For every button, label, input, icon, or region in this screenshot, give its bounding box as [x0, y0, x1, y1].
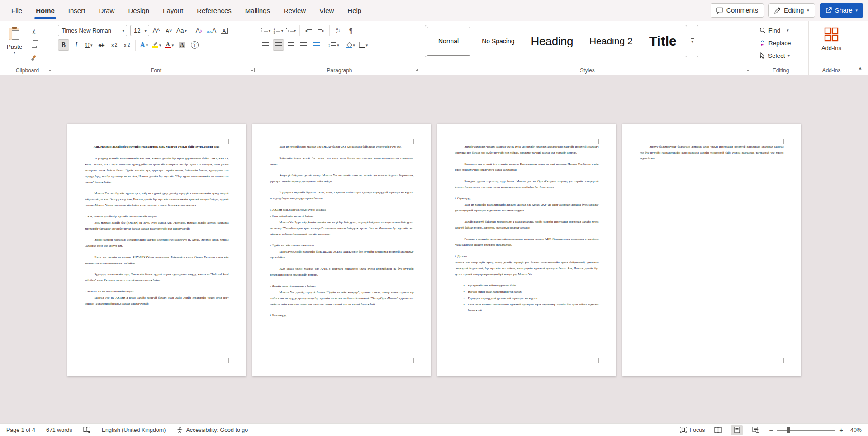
editing-mode-button[interactable]: Editing ▾ — [768, 3, 815, 18]
decrease-indent-button[interactable]: ◂ — [303, 25, 314, 36]
numbered-list-button[interactable]: ▾ — [273, 25, 284, 36]
menu-tab-view[interactable]: View — [313, 0, 341, 21]
menu-tab-layout[interactable]: Layout — [156, 0, 190, 21]
word-count[interactable]: 671 words — [46, 427, 72, 433]
style-heading[interactable]: Heading — [523, 27, 581, 55]
clear-formatting-button[interactable]: A◊ — [193, 25, 204, 36]
copy-button[interactable] — [28, 39, 40, 51]
borders-button[interactable]: ▾ — [358, 39, 369, 51]
character-border-button[interactable]: A — [218, 25, 230, 36]
menu-tab-design[interactable]: Design — [121, 0, 156, 21]
find-label: Find — [768, 27, 780, 34]
show-formatting-marks-button[interactable]: ¶ — [345, 25, 356, 36]
font-color-button[interactable]: A ▾ — [164, 39, 175, 51]
ribbon-group-addins: Add-ins Add-ins — [809, 21, 854, 75]
replace-button[interactable]: Replace — [759, 38, 806, 48]
read-mode-button[interactable] — [712, 425, 724, 435]
menu-tab-help[interactable]: Help — [341, 0, 368, 21]
language-indicator[interactable]: English (United Kingdom) — [102, 427, 166, 433]
superscript-button[interactable]: x2 — [121, 39, 133, 51]
page-indicator[interactable]: Page 1 of 4 — [6, 427, 35, 433]
text-highlight-button[interactable]: ▾ — [151, 39, 162, 51]
document-page-2[interactable]: Хоёр их гүрний дунд: Монгол Улс БНХАУ бо… — [252, 124, 431, 376]
menu-tab-file[interactable]: File — [5, 0, 29, 21]
justify-button[interactable] — [298, 39, 309, 51]
proofing-errors-button[interactable] — [83, 427, 91, 433]
style-normal[interactable]: Normal — [427, 27, 470, 56]
clear-formatting-icon: A◊ — [196, 27, 202, 34]
strikethrough-button[interactable]: ab — [96, 39, 107, 51]
font-size-combo[interactable]: 12 ▾ — [130, 25, 149, 36]
menu-tab-mailings[interactable]: Mailings — [238, 0, 277, 21]
italic-button[interactable]: I — [71, 39, 82, 51]
menu-tab-review[interactable]: Review — [277, 0, 313, 21]
focus-button[interactable]: Focus — [680, 427, 705, 433]
read-mode-icon — [714, 427, 722, 433]
zoom-out-button[interactable]: − — [769, 426, 773, 434]
styles-group-label: Styles — [422, 67, 753, 74]
multilevel-list-button[interactable]: ▾ — [285, 25, 297, 36]
bullet-list-button[interactable]: ▾ — [260, 25, 271, 36]
distribute-button[interactable] — [311, 39, 322, 51]
styles-gallery: NormalNo SpacingHeadingHeading 2Title — [425, 25, 687, 57]
bold-button[interactable]: B — [58, 39, 69, 51]
focus-label: Focus — [689, 427, 705, 433]
doc-para: Гуравдагч хөршийн геостратегийн өрсөлдөө… — [455, 236, 599, 248]
text-effects-button[interactable]: A▾ — [138, 39, 150, 51]
zoom-slider-thumb[interactable] — [787, 427, 790, 433]
align-center-button[interactable] — [273, 39, 284, 51]
grow-font-button[interactable]: A^ — [151, 25, 162, 36]
comments-button[interactable]: Comments — [711, 3, 764, 18]
menu-tab-home[interactable]: Home — [29, 0, 62, 21]
zoom-slider[interactable] — [777, 427, 835, 433]
zoom-level[interactable]: 40% — [850, 427, 862, 433]
doc-para: Монгол Улс газар зүйн хувьд эмзэг, далай… — [455, 259, 599, 277]
phonetic-guide-button[interactable]: abcA — [206, 25, 217, 36]
character-shading-button[interactable]: A — [176, 39, 188, 51]
style-title[interactable]: Title — [641, 27, 685, 55]
dialog-launcher-icon[interactable] — [251, 68, 255, 72]
underline-button[interactable]: U▾ — [83, 39, 95, 51]
sort-button[interactable]: AZ↓ — [332, 25, 344, 36]
dialog-launcher-icon[interactable] — [48, 68, 52, 72]
select-button[interactable]: Select ▾ — [759, 50, 806, 61]
align-right-button[interactable] — [285, 39, 297, 51]
addins-button[interactable]: Add-ins — [811, 25, 851, 52]
accessibility-status[interactable]: Accessibility: Good to go — [176, 427, 248, 433]
increase-indent-button[interactable]: ▸ — [315, 25, 327, 36]
change-case-button[interactable]: Aa▾ — [176, 25, 187, 36]
document-page-1[interactable]: Ази, Номхон далайн бүс нутгийн геополити… — [67, 124, 246, 376]
paste-button[interactable]: Paste ▾ — [3, 25, 26, 65]
dialog-launcher-icon[interactable] — [746, 68, 750, 72]
character-shading-icon: A — [179, 42, 185, 48]
dialog-launcher-icon[interactable] — [415, 68, 419, 72]
find-button[interactable]: Find ▾ — [759, 25, 806, 36]
cut-button[interactable]: ✂ — [28, 26, 40, 38]
doc-para: Ази, Номхон далайн бүс (АНДБН) нь Зүүн, … — [85, 220, 229, 231]
subscript-button[interactable]: x2 — [109, 39, 120, 51]
web-layout-button[interactable] — [750, 425, 762, 435]
print-layout-button[interactable] — [731, 425, 743, 435]
shrink-font-button[interactable]: A˅ — [163, 25, 175, 36]
shading-button[interactable]: ▾ — [345, 39, 356, 51]
bullet-list-icon — [261, 28, 268, 33]
line-spacing-button[interactable]: ↕▾ — [328, 39, 339, 51]
style-no-spacing[interactable]: No Spacing — [474, 27, 522, 55]
format-painter-button[interactable] — [28, 52, 40, 64]
align-left-button[interactable] — [260, 39, 271, 51]
enclose-characters-button[interactable]: 字 — [189, 39, 200, 51]
ribbon-group-font: Times New Roman ▾ 12 ▾ A^ A˅ Aa▾ A◊ abcA… — [55, 21, 257, 75]
document-page-4[interactable]: Энэхүү боломжуудыг бодлогоор дэмжиж, оло… — [622, 124, 801, 376]
font-name-combo[interactable]: Times New Roman ▾ — [58, 25, 127, 36]
menu-tab-draw[interactable]: Draw — [92, 0, 121, 21]
styles-more-button[interactable]: ▼ — [687, 25, 698, 57]
document-page-3[interactable]: Энхийг сахиулах чадавх: Монгол улс нь НҮ… — [437, 124, 616, 376]
ribbon: Paste ▾ ✂ Clipboard Times New Roman ▾ — [0, 21, 868, 75]
menu-tab-references[interactable]: References — [190, 0, 238, 21]
zoom-in-button[interactable]: + — [839, 426, 843, 434]
style-heading-2[interactable]: Heading 2 — [581, 27, 641, 55]
menu-tab-insert[interactable]: Insert — [62, 0, 92, 21]
collapse-ribbon-icon[interactable]: ▾ — [859, 66, 862, 71]
share-button[interactable]: Share ▾ — [820, 3, 863, 18]
crop-mark — [228, 358, 234, 363]
